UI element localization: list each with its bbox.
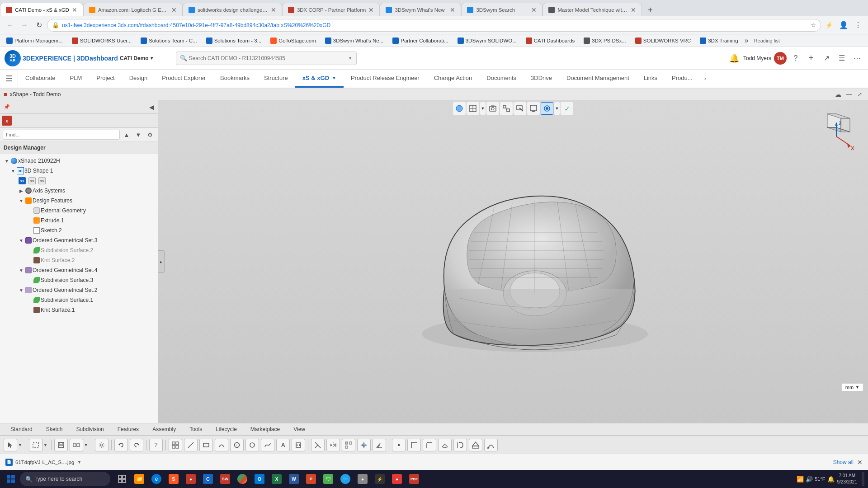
tree-item-ext-geom[interactable]: External Geometry xyxy=(0,206,158,216)
tree-item-subdiv2[interactable]: Subdivision Surface.2 xyxy=(0,245,158,255)
tb-fillet[interactable] xyxy=(423,439,436,451)
taskbar-app-outlook[interactable]: O xyxy=(251,471,268,487)
tab-close-icon[interactable]: ✕ xyxy=(631,6,636,14)
tab-close-icon[interactable]: ✕ xyxy=(171,6,177,14)
expand-icon[interactable]: ▶ xyxy=(18,188,24,194)
status-bar-close-button[interactable]: ✕ xyxy=(857,459,863,466)
tb-corner[interactable] xyxy=(407,439,421,451)
tb-arc[interactable] xyxy=(215,439,228,451)
tree-item-sketch[interactable]: Sketch.2 xyxy=(0,225,158,235)
panel-sort-up-icon[interactable]: ▲ xyxy=(122,130,132,140)
show-desktop-button[interactable] xyxy=(862,472,864,486)
bookmark-3dswym-new[interactable]: 3DSwym What's Ne... xyxy=(322,37,386,45)
panel-pin-icon[interactable]: 📌 xyxy=(4,104,10,110)
browser-tab-4[interactable]: 3DX CORP - Partner Platform ✕ xyxy=(282,3,380,16)
unit-dropdown[interactable]: mm ▼ xyxy=(841,383,863,391)
search-dropdown-arrow[interactable]: ▼ xyxy=(348,56,353,61)
settings-icon[interactable]: ☰ xyxy=(835,52,848,65)
taskbar-app-red2[interactable]: ● xyxy=(389,471,405,487)
tab-marketplace[interactable]: Marketplace xyxy=(244,425,287,434)
tree-item-knit2[interactable]: Knit Surface.2 xyxy=(0,255,158,265)
new-tab-button[interactable]: + xyxy=(644,4,656,16)
tab-close-icon[interactable]: ✕ xyxy=(271,6,276,14)
bookmark-cati-dashboards[interactable]: CATI Dashboards xyxy=(523,37,578,45)
tree-item-subdiv3[interactable]: Subdivision Surface.3 xyxy=(0,275,158,285)
taskbar-app-red[interactable]: ● xyxy=(183,471,199,487)
bookmarks-more-icon[interactable]: » xyxy=(745,37,749,45)
tree-item-ogs3[interactable]: ▼ Ordered Geometrical Set.3 xyxy=(0,235,158,245)
taskbar-app-edge[interactable]: e xyxy=(148,471,165,487)
tab-sketch[interactable]: Sketch xyxy=(39,425,70,434)
cloud-icon[interactable]: ☁ xyxy=(834,90,843,99)
add-icon[interactable]: + xyxy=(805,52,817,65)
tb-rectangle[interactable] xyxy=(199,439,213,451)
user-badge[interactable]: Todd Myers TM xyxy=(743,52,787,65)
bookmark-gotostage[interactable]: GoToStage.com xyxy=(268,37,318,45)
forward-button[interactable]: → xyxy=(18,19,31,32)
tab-close-icon[interactable]: ✕ xyxy=(368,6,374,14)
tab-features[interactable]: Features xyxy=(111,425,146,434)
back-button[interactable]: ← xyxy=(4,19,16,32)
tb-transform[interactable] xyxy=(70,439,83,451)
bookmark-3dx-ps[interactable]: 3DX PS DSx... xyxy=(581,37,628,45)
expand-icon[interactable]: ▼ xyxy=(18,197,24,204)
nav-item-pre[interactable]: Product Release Engineer xyxy=(344,70,427,88)
tb-text[interactable]: A xyxy=(276,439,290,451)
browser-tab-2[interactable]: Amazon.com: Logitech G Extrem... ✕ xyxy=(83,3,183,16)
expand-icon[interactable]: ▼ xyxy=(18,267,24,273)
tb-array[interactable] xyxy=(342,439,355,451)
expand-icon[interactable]: ▼ xyxy=(10,168,16,174)
tb-revolve[interactable] xyxy=(453,439,467,451)
tab-close-icon[interactable]: ✕ xyxy=(450,6,455,14)
notification-icon[interactable]: 🔔 xyxy=(728,52,741,65)
nav-more-button[interactable]: › xyxy=(700,70,711,88)
account-icon[interactable]: 👤 xyxy=(837,19,850,32)
taskbar-app-ppt[interactable]: P xyxy=(303,471,319,487)
taskbar-app-excel[interactable]: X xyxy=(269,471,285,487)
global-search-input[interactable] xyxy=(189,55,344,61)
nav-item-bookmarks[interactable]: Bookmarks xyxy=(213,70,257,88)
nav-item-change-action[interactable]: Change Action xyxy=(427,70,480,88)
vp-vis-dropdown[interactable]: ▼ xyxy=(554,102,560,115)
nav-item-structure[interactable]: Structure xyxy=(257,70,295,88)
nav-item-product-explorer[interactable]: Product Explorer xyxy=(155,70,213,88)
tab-standard[interactable]: Standard xyxy=(4,425,39,434)
bookmark-partner[interactable]: Partner Collaborati... xyxy=(390,37,451,45)
bookmark-3dx-training[interactable]: 3DX Training xyxy=(697,37,741,45)
taskbar-app-blue-c[interactable]: C xyxy=(200,471,216,487)
start-button[interactable] xyxy=(4,472,18,486)
global-search-bar[interactable]: 🔍 ▼ xyxy=(176,52,357,65)
panel-collapse-button[interactable]: ▸ xyxy=(158,250,165,273)
panel-sort-down-icon[interactable]: ▼ xyxy=(133,130,143,140)
tab-view[interactable]: View xyxy=(287,425,312,434)
tree-item-subdiv1[interactable]: Subdivision Surface.1 xyxy=(0,295,158,305)
taskbar-app-sw[interactable]: SW xyxy=(217,471,233,487)
tb-settings[interactable] xyxy=(95,439,108,451)
tree-item-design-features[interactable]: ▼ Design Features xyxy=(0,196,158,206)
nav-item-collaborate[interactable]: Collaborate xyxy=(18,70,63,88)
tab-lifecycle[interactable]: Lifecycle xyxy=(209,425,244,434)
tb-trim[interactable] xyxy=(311,439,325,451)
tree-item-xshape[interactable]: ▼ xShape 210922H xyxy=(0,156,158,166)
vp-btn-display[interactable] xyxy=(527,102,540,115)
notifications-icon[interactable]: 🔔 xyxy=(827,476,835,483)
taskbar-app-pdf[interactable]: PDF xyxy=(406,471,422,487)
tb-undo[interactable] xyxy=(114,439,128,451)
panel-filter-icon[interactable]: ⚙ xyxy=(145,130,155,140)
nav-item-3ddrive[interactable]: 3DDrive xyxy=(524,70,559,88)
nav-item-produ[interactable]: Produ... xyxy=(665,70,700,88)
tb-help[interactable]: ? xyxy=(149,439,163,451)
status-expand-arrow[interactable]: ▼ xyxy=(77,460,81,465)
tb-constraint[interactable] xyxy=(357,439,371,451)
tb-select-all[interactable] xyxy=(29,439,42,451)
taskbar-datetime[interactable]: 7:01 AM 9/23/2021 xyxy=(837,473,858,485)
vp-btn-vis-filter[interactable] xyxy=(541,102,553,115)
tree-item-ogs2[interactable]: ▼ Ordered Geometrical Set.2 xyxy=(0,285,158,295)
network-icon[interactable]: 📶 xyxy=(797,476,804,483)
nav-item-design[interactable]: Design xyxy=(122,70,155,88)
taskbar-app-bird[interactable]: 🐦 xyxy=(337,471,354,487)
vp-view-dropdown[interactable]: ▼ xyxy=(480,102,486,115)
tb-angle[interactable] xyxy=(373,439,386,451)
tb-dimension[interactable] xyxy=(292,439,305,451)
tab-assembly[interactable]: Assembly xyxy=(146,425,183,434)
